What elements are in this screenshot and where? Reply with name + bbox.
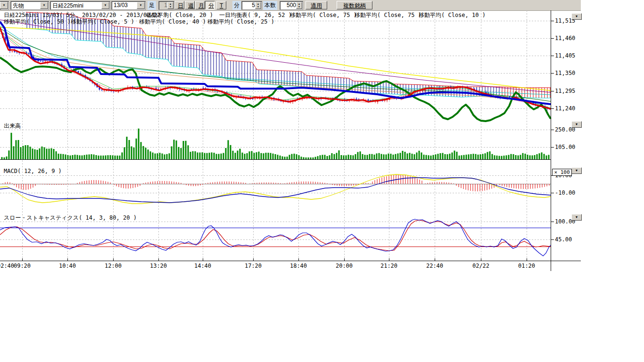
volume-bar — [414, 154, 415, 159]
chevron-down-icon[interactable]: ▼ — [137, 2, 145, 9]
period-monthly-button[interactable]: 月 — [195, 1, 205, 9]
y-axis-label: 11,460 — [555, 35, 575, 41]
volume-bar — [41, 147, 43, 159]
volume-bar — [77, 155, 78, 159]
x-axis-label: 02:40 — [0, 263, 14, 269]
contract-month-combo[interactable]: 13/03 ▼ — [111, 1, 146, 10]
volume-bar — [140, 142, 142, 159]
volume-bar — [548, 155, 550, 160]
chart-area: 日経225mini 13/03( 5分, 2013/02/20 - 2013/0… — [0, 10, 585, 274]
volume-bar — [164, 155, 165, 159]
volume-bar — [272, 154, 274, 159]
volume-bar — [442, 153, 444, 160]
volume-bar — [456, 152, 458, 159]
axes — [0, 10, 581, 271]
period-tick-button[interactable]: T — [216, 1, 226, 9]
volume-bar — [148, 149, 149, 159]
volume-bar — [324, 155, 326, 160]
volume-bar — [506, 156, 507, 160]
macd-pane — [0, 174, 551, 204]
chevron-down-icon[interactable]: ▼ — [101, 2, 109, 9]
volume-bar — [93, 155, 95, 159]
chevron-down-icon[interactable]: ▼ — [0, 2, 8, 9]
x-axis-label: 20:00 — [336, 263, 353, 269]
volume-bar — [496, 156, 498, 159]
volume-bar — [360, 151, 361, 159]
volume-bar — [525, 154, 526, 159]
volume-bar — [393, 155, 394, 159]
volume-bar — [353, 156, 354, 160]
volume-bar — [343, 156, 345, 159]
chevron-down-icon: ▼ — [575, 169, 578, 172]
volume-bar — [157, 153, 158, 159]
volume-bar — [72, 155, 74, 159]
volume-bar — [124, 147, 125, 159]
chart-canvas[interactable]: 日経225mini 13/03( 5分, 2013/02/20 - 2013/0… — [0, 10, 585, 274]
volume-bar — [53, 149, 55, 159]
volume-bar — [386, 155, 387, 159]
apply-button[interactable]: 適用 — [305, 1, 327, 9]
pane-scale-menu-button[interactable]: ▼ — [571, 121, 582, 128]
volume-bar — [65, 155, 66, 159]
spinner-arrows-icon[interactable]: ▲▼ — [296, 2, 302, 9]
volume-bar — [303, 157, 305, 160]
volume-bar — [27, 145, 29, 159]
volume-bar — [473, 154, 474, 159]
volume-bar — [122, 152, 123, 159]
volume-bar — [32, 148, 33, 159]
symbol-combo[interactable]: 日経225mini ▼ — [50, 1, 110, 10]
spinner-arrows-icon[interactable]: ▲▼ — [167, 2, 173, 9]
category-combo[interactable]: 先物 ▼ — [10, 1, 49, 10]
volume-bar — [381, 154, 382, 159]
bar-type-label: 足 — [148, 1, 156, 10]
candlestick — [255, 98, 256, 99]
period-weekly-button[interactable]: 週 — [185, 1, 195, 9]
volume-bar — [459, 156, 460, 159]
chevron-down-icon[interactable]: ▼ — [40, 2, 48, 9]
volume-bar — [369, 154, 371, 159]
stochastic-k-line — [0, 219, 551, 256]
pane-scale-menu-button[interactable]: ▼ — [571, 167, 582, 174]
toolbar: ▼ 先物 ▼ 日経225mini ▼ 13/03 ▼ 足 1 ▲▼ 日 週 月 … — [0, 0, 581, 11]
volume-bar — [254, 153, 255, 159]
volume-multiplier-badge: × 100 — [552, 169, 572, 176]
multi-symbol-button[interactable]: 複数銘柄 — [337, 1, 372, 9]
volume-bar — [308, 157, 309, 159]
volume-bar — [214, 153, 215, 159]
volume-bar — [110, 155, 111, 159]
x-axis-label: 18:40 — [290, 263, 307, 269]
clipped-combo[interactable]: ▼ — [0, 1, 9, 10]
volume-bar — [379, 153, 380, 159]
legend-item: 移動平均( Close, 5 ) — [71, 18, 134, 25]
symbol-combo-value: 日経225mini — [52, 2, 83, 10]
volume-bar — [178, 147, 180, 159]
volume-bar — [239, 149, 241, 159]
period-minute-button[interactable]: 分 — [205, 1, 215, 9]
volume-bar — [11, 133, 12, 159]
volume-bar — [331, 153, 333, 159]
contract-month-combo-value: 13/03 — [114, 2, 128, 8]
spinner-arrows-icon[interactable]: ▲▼ — [255, 2, 261, 9]
volume-bar — [112, 156, 114, 159]
legend-item: 一目均衡表( 9, 26, 52 ) — [219, 12, 292, 18]
volume-bar — [20, 147, 22, 159]
day-count-spinner[interactable]: 1 ▲▼ — [158, 1, 174, 10]
volume-bar — [185, 141, 187, 159]
volume-bar — [291, 154, 293, 159]
bar-count-spinner[interactable]: 500 ▲▼ — [280, 1, 303, 10]
volume-bar — [447, 154, 448, 159]
volume-bar — [30, 147, 31, 159]
minute-spinner[interactable]: 5 ▲▼ — [241, 1, 262, 10]
volume-bar — [268, 153, 269, 159]
pane-scale-menu-button[interactable]: ▼ — [571, 13, 582, 20]
period-daily-button[interactable]: 日 — [174, 1, 184, 9]
volume-bar — [60, 154, 62, 159]
volume-bar — [218, 154, 220, 160]
bar-count-value: 500 — [287, 2, 296, 8]
volume-bar — [192, 151, 194, 159]
candlestick — [104, 90, 105, 90]
volume-bar — [171, 147, 173, 160]
volume-bar — [166, 154, 168, 159]
legend-item: 移動平均( Close, 75 ) — [355, 12, 421, 18]
pane-scale-menu-button[interactable]: ▼ — [571, 214, 582, 221]
